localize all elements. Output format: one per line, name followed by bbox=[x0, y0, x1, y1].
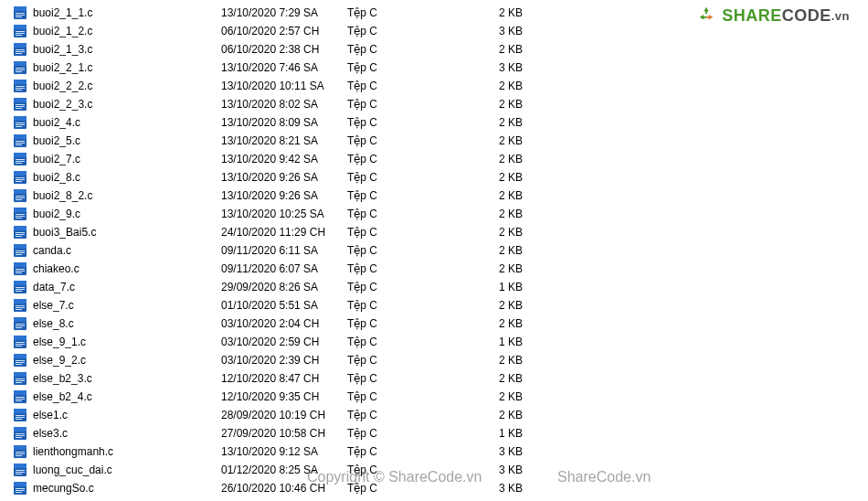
file-size-cell: 2 KB bbox=[475, 6, 530, 19]
file-name-cell[interactable]: buoi2_5.c bbox=[13, 133, 221, 148]
file-name-cell[interactable]: buoi2_1_1.c bbox=[13, 5, 221, 20]
file-size-cell: 2 KB bbox=[475, 390, 530, 403]
file-row[interactable]: else_b2_3.c12/10/2020 8:47 CHTệp C2 KB bbox=[13, 369, 868, 388]
file-type-cell: Tệp C bbox=[347, 6, 475, 19]
svg-rect-9 bbox=[16, 35, 22, 36]
file-row[interactable]: lienthongmanh.c13/10/2020 9:12 SATệp C3 … bbox=[13, 442, 868, 461]
file-name-cell[interactable]: chiakeo.c bbox=[13, 261, 221, 276]
file-type-cell: Tệp C bbox=[347, 153, 475, 165]
file-row[interactable]: buoi2_2_2.c13/10/2020 10:11 SATệp C2 KB bbox=[13, 77, 868, 95]
file-row[interactable]: else_9_1.c03/10/2020 2:59 CHTệp C1 KB bbox=[13, 333, 868, 351]
file-name-cell[interactable]: buoi2_8_2.c bbox=[13, 188, 221, 203]
file-name-cell[interactable]: mecungSo.c bbox=[13, 481, 221, 496]
file-list[interactable]: buoi2_1_1.c13/10/2020 7:29 SATệp C2 KB b… bbox=[0, 0, 868, 497]
file-name-label: else_9_1.c bbox=[33, 336, 86, 348]
file-size-cell: 2 KB bbox=[475, 317, 530, 330]
svg-rect-99 bbox=[16, 364, 22, 365]
svg-rect-134 bbox=[16, 492, 22, 493]
file-type-cell: Tệp C bbox=[347, 226, 475, 239]
file-row[interactable]: mecungSo.c26/10/2020 10:46 CHTệp C3 KB bbox=[13, 479, 868, 497]
file-name-cell[interactable]: else_8.c bbox=[13, 316, 221, 331]
file-row[interactable]: buoi2_2_1.c13/10/2020 7:46 SATệp C3 KB bbox=[13, 59, 868, 77]
svg-rect-68 bbox=[16, 252, 25, 253]
file-row[interactable]: else_b2_4.c12/10/2020 9:35 CHTệp C2 KB bbox=[13, 388, 868, 406]
file-row[interactable]: luong_cuc_dai.c01/12/2020 8:25 SATệp C3 … bbox=[13, 461, 868, 479]
c-file-icon bbox=[13, 353, 27, 368]
file-row[interactable]: buoi2_7.c13/10/2020 9:42 SATệp C2 KB bbox=[13, 150, 868, 168]
file-row[interactable]: buoi2_8.c13/10/2020 9:26 SATệp C2 KB bbox=[13, 168, 868, 187]
svg-rect-38 bbox=[16, 143, 25, 144]
file-row[interactable]: buoi2_2_3.c13/10/2020 8:02 SATệp C2 KB bbox=[13, 95, 868, 113]
file-row[interactable]: buoi2_9.c13/10/2020 10:25 SATệp C2 KB bbox=[13, 205, 868, 223]
file-name-cell[interactable]: else3.c bbox=[13, 426, 221, 441]
file-row[interactable]: else1.c28/09/2020 10:19 CHTệp C2 KB bbox=[13, 406, 868, 424]
file-name-cell[interactable]: buoi3_Bai5.c bbox=[13, 225, 221, 240]
file-name-label: buoi2_1_1.c bbox=[33, 6, 92, 19]
svg-rect-129 bbox=[16, 474, 22, 474]
svg-rect-44 bbox=[16, 163, 22, 164]
file-size-cell: 2 KB bbox=[475, 43, 530, 56]
file-row[interactable]: else_8.c03/10/2020 2:04 CHTệp C2 KB bbox=[13, 314, 868, 333]
file-name-cell[interactable]: buoi2_2_3.c bbox=[13, 97, 221, 112]
file-name-cell[interactable]: else_b2_4.c bbox=[13, 389, 221, 404]
svg-rect-131 bbox=[14, 482, 26, 486]
file-name-label: else3.c bbox=[33, 427, 68, 440]
svg-rect-92 bbox=[16, 342, 25, 343]
file-name-cell[interactable]: luong_cuc_dai.c bbox=[13, 463, 221, 477]
file-row[interactable]: buoi2_4.c13/10/2020 8:09 SATệp C2 KB bbox=[13, 113, 868, 132]
svg-rect-27 bbox=[16, 104, 25, 105]
c-file-icon bbox=[13, 170, 27, 185]
file-name-cell[interactable]: else_7.c bbox=[13, 298, 221, 313]
c-file-icon bbox=[13, 24, 27, 38]
file-row[interactable]: chiakeo.c09/11/2020 6:07 SATệp C2 KB bbox=[13, 260, 868, 278]
file-name-cell[interactable]: buoi2_8.c bbox=[13, 170, 221, 185]
file-name-label: else1.c bbox=[33, 409, 68, 421]
file-name-cell[interactable]: lienthongmanh.c bbox=[13, 444, 221, 459]
file-type-cell: Tệp C bbox=[347, 134, 475, 147]
file-name-cell[interactable]: buoi2_2_2.c bbox=[13, 79, 221, 93]
file-date-cell: 13/10/2020 7:29 SA bbox=[221, 6, 347, 19]
svg-rect-91 bbox=[14, 336, 26, 340]
brand-text-dark: CODE bbox=[782, 6, 831, 26]
file-size-cell: 3 KB bbox=[475, 482, 530, 495]
svg-rect-2 bbox=[16, 13, 25, 14]
file-name-cell[interactable]: buoi2_9.c bbox=[13, 207, 221, 221]
svg-rect-121 bbox=[14, 445, 26, 450]
file-row[interactable]: buoi3_Bai5.c24/10/2020 11:29 CHTệp C2 KB bbox=[13, 223, 868, 241]
file-size-cell: 1 KB bbox=[475, 281, 530, 293]
file-name-cell[interactable]: else_b2_3.c bbox=[13, 371, 221, 386]
file-name-label: chiakeo.c bbox=[33, 262, 79, 275]
svg-rect-66 bbox=[14, 244, 26, 249]
file-name-cell[interactable]: buoi2_1_3.c bbox=[13, 42, 221, 57]
svg-rect-47 bbox=[16, 177, 25, 178]
svg-rect-124 bbox=[16, 455, 22, 456]
file-row[interactable]: buoi2_5.c13/10/2020 8:21 SATệp C2 KB bbox=[13, 132, 868, 150]
file-row[interactable]: else3.c27/09/2020 10:58 CHTệp C1 KB bbox=[13, 424, 868, 442]
svg-rect-118 bbox=[16, 435, 25, 436]
file-name-cell[interactable]: canda.c bbox=[13, 243, 221, 258]
c-file-icon bbox=[13, 426, 27, 441]
file-row[interactable]: buoi2_8_2.c13/10/2020 9:26 SATệp C2 KB bbox=[13, 187, 868, 205]
c-file-icon bbox=[13, 152, 27, 166]
file-name-label: else_8.c bbox=[33, 317, 74, 330]
file-name-cell[interactable]: else_9_2.c bbox=[13, 353, 221, 368]
file-row[interactable]: data_7.c29/09/2020 8:26 SATệp C1 KB bbox=[13, 278, 868, 296]
file-name-cell[interactable]: buoi2_2_1.c bbox=[13, 60, 221, 75]
file-name-cell[interactable]: buoi2_4.c bbox=[13, 115, 221, 130]
file-row[interactable]: else_9_2.c03/10/2020 2:39 CHTệp C2 KB bbox=[13, 351, 868, 369]
file-row[interactable]: else_7.c01/10/2020 5:51 SATệp C2 KB bbox=[13, 296, 868, 314]
svg-rect-49 bbox=[16, 181, 22, 182]
file-name-label: buoi2_4.c bbox=[33, 116, 80, 129]
file-name-cell[interactable]: else1.c bbox=[13, 408, 221, 422]
file-name-cell[interactable]: buoi2_7.c bbox=[13, 152, 221, 166]
file-date-cell: 28/09/2020 10:19 CH bbox=[221, 409, 347, 421]
c-file-icon bbox=[13, 79, 27, 93]
file-name-cell[interactable]: buoi2_1_2.c bbox=[13, 24, 221, 38]
file-date-cell: 13/10/2020 9:12 SA bbox=[221, 445, 347, 458]
file-name-cell[interactable]: data_7.c bbox=[13, 280, 221, 294]
file-row[interactable]: buoi2_1_3.c06/10/2020 2:38 CHTệp C2 KB bbox=[13, 40, 868, 59]
file-date-cell: 03/10/2020 2:04 CH bbox=[221, 317, 347, 330]
file-name-cell[interactable]: else_9_1.c bbox=[13, 335, 221, 349]
file-name-label: buoi2_9.c bbox=[33, 208, 80, 220]
file-row[interactable]: canda.c09/11/2020 6:11 SATệp C2 KB bbox=[13, 241, 868, 260]
